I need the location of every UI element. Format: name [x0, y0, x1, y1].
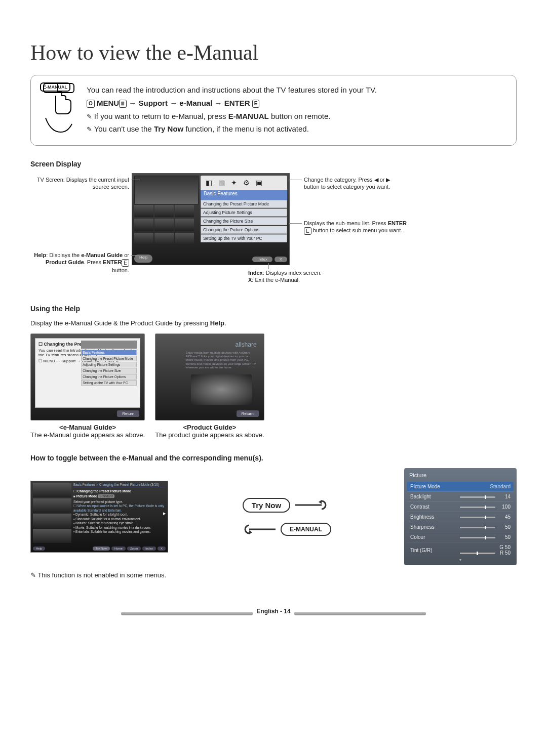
allshare-logo: allshare — [236, 341, 257, 348]
product-caption-title: <Product Guide> — [155, 424, 264, 431]
path-menu: MENU — [97, 99, 119, 107]
intro-note-2: You can't use the Try Now function, if t… — [87, 123, 507, 135]
try-now-button[interactable]: Try Now — [243, 498, 290, 513]
o-icon: O — [87, 100, 95, 108]
enter-glyph-icon: E — [122, 259, 129, 267]
path-support: Support — [138, 99, 168, 107]
cat-icon: ◧ — [206, 179, 212, 187]
hand-press-icon — [38, 82, 80, 133]
emanual-caption-title: <e-Manual Guide> — [30, 424, 145, 431]
scroll-arrow-icon: ▶ — [163, 512, 166, 516]
path-enter: ENTER — [224, 99, 250, 107]
submenu-item: Changing the Picture Size — [201, 217, 287, 225]
submenu-item: Changing the Preset Picture Mode — [201, 200, 287, 208]
page-footer: English - 14 — [30, 609, 517, 617]
help-button[interactable]: Help — [134, 255, 152, 263]
emanual-button[interactable]: E-MANUAL — [281, 523, 331, 536]
enter-glyph-icon: E — [252, 100, 260, 108]
using-help-title: Using the Help — [30, 305, 517, 313]
zoom-pill[interactable]: Zoom — [127, 547, 141, 551]
category-label: Basic Features — [201, 190, 287, 201]
devices-graphic — [191, 374, 252, 405]
picture-menu-row[interactable]: Backlight14 — [407, 491, 514, 501]
help-pill[interactable]: Help — [33, 547, 45, 551]
toggle-note: This function is not enabled in some men… — [30, 571, 517, 579]
submenu-item: Changing the Picture Options — [201, 226, 287, 234]
index-pill[interactable]: Index — [142, 547, 156, 551]
cat-icon: ▣ — [256, 179, 262, 187]
cat-icon: ✦ — [231, 179, 237, 187]
emanual-screenshot: ◧ ▦ ✦ ⚙ ▣ Basic Features Changing the Pr… — [132, 173, 290, 265]
category-icon-row: ◧ ▦ ✦ ⚙ ▣ — [201, 176, 287, 190]
picture-menu-title: Picture — [409, 472, 512, 478]
cat-icon: ⚙ — [243, 179, 250, 187]
toggle-title: How to toggle between the e-Manual and t… — [30, 454, 517, 462]
menu-path: O MENUⅢ → Support → e-Manual → ENTER E — [87, 98, 507, 109]
toggle-figure: Basic Features > Changing the Preset Pic… — [30, 468, 517, 565]
screen-display-figure: ◧ ▦ ✦ ⚙ ▣ Basic Features Changing the Pr… — [30, 173, 517, 289]
emanual-detail-shot: Basic Features > Changing the Preset Pic… — [30, 481, 168, 553]
return-button[interactable]: Return — [237, 410, 259, 417]
product-caption-desc: The product guide appears as above. — [155, 431, 264, 439]
svg-marker-4 — [249, 530, 252, 534]
enter-glyph-icon: E — [304, 227, 311, 235]
trynow-pill[interactable]: Try Now — [93, 547, 110, 551]
chevron-down-icon: ▾ — [407, 558, 514, 562]
picture-menu-row[interactable]: Sharpness50 — [407, 522, 514, 532]
page-number: English - 14 — [254, 608, 292, 615]
thumbnail-grid — [134, 205, 198, 245]
picture-menu-row[interactable]: Colour50 — [407, 532, 514, 542]
callout-index: Index: Displays index screen. X: Exit th… — [248, 269, 380, 284]
exit-button[interactable]: X — [275, 257, 287, 262]
emanual-caption-desc: The e-Manual guide appears as above. — [30, 431, 145, 439]
arrow-left-icon — [241, 523, 277, 535]
emanual-guide-shot: ☐ Changing the Preset Picture Mode You c… — [30, 333, 145, 421]
mini-tv-thumb — [81, 341, 137, 349]
index-button[interactable]: Index — [252, 257, 272, 262]
submenu-item: Setting up the TV with Your PC — [201, 234, 287, 242]
picture-menu-row[interactable]: Picture ModeStandard — [407, 481, 514, 491]
x-pill[interactable]: X — [158, 547, 166, 551]
cat-icon: ▦ — [218, 179, 225, 187]
using-help-desc: Display the e-Manual Guide & the Product… — [30, 319, 517, 327]
picture-menu: Picture Picture ModeStandardBacklight14C… — [404, 468, 517, 565]
intro-box: E-MANUAL You can read the introduction a… — [30, 75, 517, 146]
mini-submenu: Basic Features Changing the Preset Pictu… — [81, 350, 137, 386]
intro-text: You can read the introduction and instru… — [87, 85, 507, 96]
home-pill[interactable]: Home — [111, 547, 126, 551]
tv-screen-thumb — [134, 176, 199, 204]
picture-menu-row[interactable]: Brightness45 — [407, 512, 514, 522]
menu-glyph-icon: Ⅲ — [119, 100, 127, 108]
path-emanual: e-Manual — [179, 99, 212, 107]
breadcrumb: Basic Features > Changing the Preset Pic… — [73, 483, 166, 487]
submenu-item: Adjusting Picture Settings — [201, 208, 287, 217]
allshare-blurb: Enjoy media from multiple devices with A… — [186, 351, 257, 369]
return-button[interactable]: Return — [117, 410, 139, 417]
callout-tv: TV Screen: Displays the current input so… — [30, 176, 129, 191]
callout-category: Change the category. Press ◀ or ▶ button… — [304, 176, 405, 191]
product-guide-shot: allshare Enjoy media from multiple devic… — [155, 333, 264, 421]
picture-menu-row[interactable]: Tint (G/R)G 50 R 50 — [407, 542, 514, 558]
submenu-list: Changing the Preset Picture Mode Adjusti… — [201, 200, 287, 243]
picture-menu-row[interactable]: Contrast100 — [407, 501, 514, 512]
intro-note-1: If you want to return to e-Manual, press… — [87, 111, 507, 122]
page-title: How to view the e-Manual — [30, 40, 517, 65]
arrow-right-icon — [294, 499, 330, 511]
callout-help: Help: Displays the e-Manual Guide or Pro… — [30, 251, 129, 274]
svg-marker-2 — [319, 500, 322, 504]
callout-submenu: Displays the sub-menu list. Press ENTERE… — [304, 220, 410, 235]
screen-display-title: Screen Display — [30, 160, 517, 168]
